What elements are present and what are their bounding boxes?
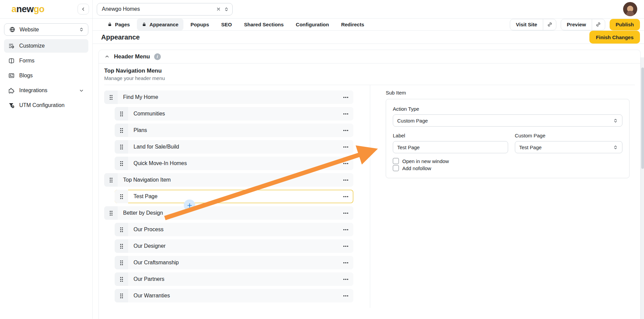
section-subtitle: Manage your header menu: [104, 75, 635, 81]
row-options-button[interactable]: [338, 90, 353, 104]
row-options-button[interactable]: [338, 223, 353, 236]
custom-page-field-group: Custom Page Test Page: [515, 133, 622, 153]
add-nofollow-label: Add nofollow: [402, 165, 431, 171]
label-custompage-grid: Label Custom Page Test Page: [393, 133, 622, 153]
chevron-down-icon[interactable]: [79, 88, 84, 94]
row-options-button[interactable]: [338, 107, 353, 121]
page-title-row: Appearance Finish Changes: [93, 31, 644, 44]
drag-handle-icon[interactable]: [115, 272, 128, 286]
drag-handle-icon[interactable]: [115, 157, 128, 170]
anewgo-logo: anewgo: [11, 5, 45, 14]
clear-icon[interactable]: [216, 6, 221, 12]
tab[interactable]: Popups: [185, 19, 214, 30]
menu-item-row[interactable]: Our Process: [115, 223, 353, 236]
drag-handle-icon[interactable]: [115, 256, 128, 269]
visit-site-button[interactable]: Visit Site: [510, 19, 543, 30]
menu-item-label: Find My Home: [118, 90, 338, 104]
menu-item-row[interactable]: Quick Move-In Homes: [115, 157, 353, 170]
action-type-select[interactable]: Custom Page: [393, 114, 622, 127]
scrollbar[interactable]: [641, 57, 644, 319]
sidebar-item-icon: [8, 87, 15, 94]
row-options-button[interactable]: [338, 272, 353, 286]
preview-link-button[interactable]: [592, 19, 605, 30]
drag-handle-icon[interactable]: [115, 140, 128, 154]
menu-item-row[interactable]: Land for Sale/Build: [115, 140, 353, 154]
menu-item-row[interactable]: Our Craftsmanship: [115, 256, 353, 269]
visit-site-link-button[interactable]: [543, 19, 556, 30]
sidebar-item[interactable]: Customize: [4, 39, 88, 53]
add-nofollow-checkbox[interactable]: [393, 165, 399, 171]
tabs-bar: Pages Appearance Popups: [93, 19, 644, 31]
finish-changes-button[interactable]: Finish Changes: [589, 31, 640, 44]
row-options-button[interactable]: [338, 239, 353, 253]
menu-item-row[interactable]: Communities: [115, 107, 353, 121]
drag-handle-icon[interactable]: [115, 124, 128, 137]
site-selector[interactable]: Anewgo Homes: [97, 3, 233, 16]
tab-label: SEO: [221, 22, 232, 27]
tab[interactable]: SEO: [216, 19, 237, 30]
menu-item-row[interactable]: Test Page: [115, 190, 353, 203]
collapse-section-button[interactable]: [104, 54, 110, 59]
sidebar-item[interactable]: Blogs: [4, 69, 88, 82]
sidebar-item[interactable]: $ UTM Configuration: [4, 99, 88, 112]
open-new-window-checkbox[interactable]: [393, 158, 399, 164]
custom-page-label: Custom Page: [515, 133, 622, 138]
section-title: Top Navigation Menu: [104, 68, 635, 74]
menu-item-row[interactable]: Better by Design: [104, 206, 353, 220]
label-input[interactable]: [393, 141, 508, 153]
sidebar-item-label: Integrations: [19, 87, 48, 94]
tab[interactable]: Configuration: [291, 19, 334, 30]
website-section-selector[interactable]: Website: [4, 23, 88, 36]
row-options-button[interactable]: [338, 289, 353, 302]
menu-item-row[interactable]: Top Navigation Item: [104, 173, 353, 187]
row-options-button[interactable]: [338, 190, 353, 203]
drag-handle-icon[interactable]: [104, 90, 118, 104]
menu-item-label: Our Warranties: [128, 289, 338, 302]
ellipsis-icon: [343, 179, 348, 181]
tab[interactable]: Pages: [103, 19, 135, 30]
add-menu-item-button[interactable]: [184, 200, 195, 211]
drag-handle-icon[interactable]: [104, 173, 118, 187]
menu-item-row[interactable]: Our Warranties: [115, 289, 353, 302]
row-options-button[interactable]: [338, 124, 353, 137]
row-options-button[interactable]: [338, 256, 353, 269]
menu-item-row[interactable]: Plans: [115, 124, 353, 137]
tab[interactable]: Appearance: [137, 19, 183, 30]
ellipsis-icon: [343, 245, 348, 247]
card-area: Header Menu i Top Navigation Menu Manage…: [93, 44, 644, 319]
drag-handle-icon[interactable]: [115, 289, 128, 302]
svg-text:$: $: [12, 105, 13, 108]
row-options-button[interactable]: [338, 157, 353, 170]
publish-button[interactable]: Publish: [610, 19, 640, 30]
drag-handle-icon[interactable]: [115, 107, 128, 121]
menu-item-label: Quick Move-In Homes: [128, 157, 338, 170]
drag-handle-icon[interactable]: [115, 190, 128, 203]
drag-handle-icon[interactable]: [115, 223, 128, 236]
menu-item-row[interactable]: Our Designer: [115, 239, 353, 253]
menu-item-row[interactable]: Our Partners: [115, 272, 353, 286]
drag-handle-icon[interactable]: [115, 239, 128, 253]
custom-page-select[interactable]: Test Page: [515, 141, 622, 153]
sub-item-title: Sub Item: [386, 90, 630, 96]
ellipsis-icon: [343, 97, 348, 98]
row-options-button[interactable]: [338, 206, 353, 220]
sidebar-item[interactable]: Integrations: [4, 84, 88, 97]
chevron-updown-icon[interactable]: [224, 7, 229, 12]
open-new-window-option: Open in new window: [393, 158, 622, 164]
menu-item-row[interactable]: Find My Home: [104, 90, 353, 104]
row-options-button[interactable]: [338, 173, 353, 187]
scrollbar-thumb[interactable]: [641, 68, 644, 169]
sidebar-item-label: Customize: [19, 43, 45, 49]
tab[interactable]: Redirects: [336, 19, 369, 30]
sidebar-nav: Customize Forms Blogs Integrations: [4, 39, 88, 112]
action-type-value: Custom Page: [397, 118, 428, 124]
sidebar-collapse-button[interactable]: [78, 4, 89, 15]
user-avatar[interactable]: [623, 2, 637, 16]
preview-button[interactable]: Preview: [561, 19, 592, 30]
row-options-button[interactable]: [338, 140, 353, 154]
info-icon[interactable]: i: [154, 53, 161, 60]
tab[interactable]: Shared Sections: [239, 19, 289, 30]
sidebar-item[interactable]: Forms: [4, 54, 88, 68]
drag-handle-icon[interactable]: [104, 206, 118, 220]
menu-item-label: Test Page: [128, 190, 338, 203]
